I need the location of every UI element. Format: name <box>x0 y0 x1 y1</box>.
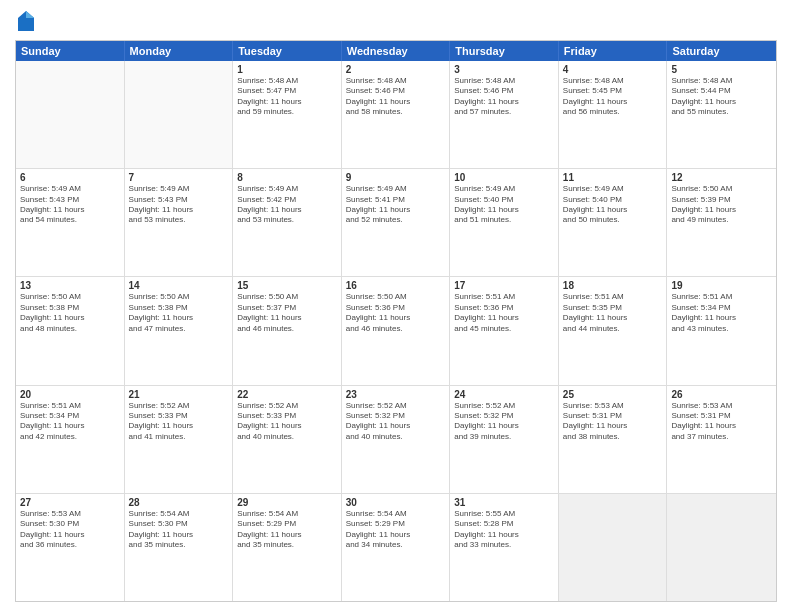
calendar-cell: 9Sunrise: 5:49 AMSunset: 5:41 PMDaylight… <box>342 169 451 276</box>
calendar-cell: 13Sunrise: 5:50 AMSunset: 5:38 PMDayligh… <box>16 277 125 384</box>
cell-info: Sunrise: 5:49 AMSunset: 5:40 PMDaylight:… <box>563 184 663 226</box>
day-number: 11 <box>563 172 663 183</box>
calendar-cell: 31Sunrise: 5:55 AMSunset: 5:28 PMDayligh… <box>450 494 559 601</box>
day-number: 19 <box>671 280 772 291</box>
day-number: 10 <box>454 172 554 183</box>
logo <box>15 10 37 32</box>
cell-info: Sunrise: 5:52 AMSunset: 5:33 PMDaylight:… <box>237 401 337 443</box>
calendar-cell: 4Sunrise: 5:48 AMSunset: 5:45 PMDaylight… <box>559 61 668 168</box>
calendar-header-cell: Saturday <box>667 41 776 61</box>
cell-info: Sunrise: 5:48 AMSunset: 5:45 PMDaylight:… <box>563 76 663 118</box>
cell-info: Sunrise: 5:50 AMSunset: 5:36 PMDaylight:… <box>346 292 446 334</box>
calendar-cell: 30Sunrise: 5:54 AMSunset: 5:29 PMDayligh… <box>342 494 451 601</box>
calendar-cell: 23Sunrise: 5:52 AMSunset: 5:32 PMDayligh… <box>342 386 451 493</box>
cell-info: Sunrise: 5:51 AMSunset: 5:34 PMDaylight:… <box>20 401 120 443</box>
calendar-header-cell: Wednesday <box>342 41 451 61</box>
cell-info: Sunrise: 5:49 AMSunset: 5:43 PMDaylight:… <box>129 184 229 226</box>
header <box>15 10 777 32</box>
cell-info: Sunrise: 5:53 AMSunset: 5:31 PMDaylight:… <box>671 401 772 443</box>
day-number: 31 <box>454 497 554 508</box>
day-number: 18 <box>563 280 663 291</box>
day-number: 26 <box>671 389 772 400</box>
calendar-cell <box>125 61 234 168</box>
cell-info: Sunrise: 5:49 AMSunset: 5:40 PMDaylight:… <box>454 184 554 226</box>
calendar-cell: 8Sunrise: 5:49 AMSunset: 5:42 PMDaylight… <box>233 169 342 276</box>
calendar-body: 1Sunrise: 5:48 AMSunset: 5:47 PMDaylight… <box>16 61 776 601</box>
calendar-cell: 20Sunrise: 5:51 AMSunset: 5:34 PMDayligh… <box>16 386 125 493</box>
day-number: 24 <box>454 389 554 400</box>
calendar-cell <box>559 494 668 601</box>
cell-info: Sunrise: 5:53 AMSunset: 5:31 PMDaylight:… <box>563 401 663 443</box>
calendar-row: 20Sunrise: 5:51 AMSunset: 5:34 PMDayligh… <box>16 386 776 494</box>
day-number: 17 <box>454 280 554 291</box>
cell-info: Sunrise: 5:55 AMSunset: 5:28 PMDaylight:… <box>454 509 554 551</box>
page: SundayMondayTuesdayWednesdayThursdayFrid… <box>0 0 792 612</box>
calendar-row: 27Sunrise: 5:53 AMSunset: 5:30 PMDayligh… <box>16 494 776 601</box>
cell-info: Sunrise: 5:48 AMSunset: 5:46 PMDaylight:… <box>346 76 446 118</box>
calendar-cell: 15Sunrise: 5:50 AMSunset: 5:37 PMDayligh… <box>233 277 342 384</box>
cell-info: Sunrise: 5:48 AMSunset: 5:46 PMDaylight:… <box>454 76 554 118</box>
day-number: 6 <box>20 172 120 183</box>
cell-info: Sunrise: 5:52 AMSunset: 5:32 PMDaylight:… <box>346 401 446 443</box>
day-number: 4 <box>563 64 663 75</box>
calendar-cell <box>16 61 125 168</box>
cell-info: Sunrise: 5:54 AMSunset: 5:29 PMDaylight:… <box>237 509 337 551</box>
day-number: 22 <box>237 389 337 400</box>
calendar-cell: 12Sunrise: 5:50 AMSunset: 5:39 PMDayligh… <box>667 169 776 276</box>
day-number: 16 <box>346 280 446 291</box>
day-number: 14 <box>129 280 229 291</box>
day-number: 15 <box>237 280 337 291</box>
day-number: 1 <box>237 64 337 75</box>
day-number: 27 <box>20 497 120 508</box>
cell-info: Sunrise: 5:51 AMSunset: 5:34 PMDaylight:… <box>671 292 772 334</box>
day-number: 5 <box>671 64 772 75</box>
cell-info: Sunrise: 5:50 AMSunset: 5:38 PMDaylight:… <box>129 292 229 334</box>
day-number: 30 <box>346 497 446 508</box>
calendar-cell: 2Sunrise: 5:48 AMSunset: 5:46 PMDaylight… <box>342 61 451 168</box>
calendar-cell: 14Sunrise: 5:50 AMSunset: 5:38 PMDayligh… <box>125 277 234 384</box>
day-number: 2 <box>346 64 446 75</box>
calendar-cell: 5Sunrise: 5:48 AMSunset: 5:44 PMDaylight… <box>667 61 776 168</box>
day-number: 23 <box>346 389 446 400</box>
day-number: 25 <box>563 389 663 400</box>
cell-info: Sunrise: 5:52 AMSunset: 5:33 PMDaylight:… <box>129 401 229 443</box>
calendar-header: SundayMondayTuesdayWednesdayThursdayFrid… <box>16 41 776 61</box>
cell-info: Sunrise: 5:50 AMSunset: 5:37 PMDaylight:… <box>237 292 337 334</box>
calendar-header-cell: Monday <box>125 41 234 61</box>
calendar-cell: 24Sunrise: 5:52 AMSunset: 5:32 PMDayligh… <box>450 386 559 493</box>
calendar-header-cell: Thursday <box>450 41 559 61</box>
cell-info: Sunrise: 5:48 AMSunset: 5:47 PMDaylight:… <box>237 76 337 118</box>
svg-marker-2 <box>26 11 34 18</box>
cell-info: Sunrise: 5:51 AMSunset: 5:35 PMDaylight:… <box>563 292 663 334</box>
calendar-cell: 1Sunrise: 5:48 AMSunset: 5:47 PMDaylight… <box>233 61 342 168</box>
day-number: 20 <box>20 389 120 400</box>
cell-info: Sunrise: 5:50 AMSunset: 5:39 PMDaylight:… <box>671 184 772 226</box>
day-number: 21 <box>129 389 229 400</box>
logo-icon <box>17 10 35 32</box>
calendar-cell <box>667 494 776 601</box>
day-number: 12 <box>671 172 772 183</box>
day-number: 29 <box>237 497 337 508</box>
calendar-cell: 21Sunrise: 5:52 AMSunset: 5:33 PMDayligh… <box>125 386 234 493</box>
calendar-cell: 11Sunrise: 5:49 AMSunset: 5:40 PMDayligh… <box>559 169 668 276</box>
calendar-header-cell: Sunday <box>16 41 125 61</box>
day-number: 3 <box>454 64 554 75</box>
day-number: 7 <box>129 172 229 183</box>
calendar-cell: 3Sunrise: 5:48 AMSunset: 5:46 PMDaylight… <box>450 61 559 168</box>
calendar-cell: 17Sunrise: 5:51 AMSunset: 5:36 PMDayligh… <box>450 277 559 384</box>
calendar-cell: 10Sunrise: 5:49 AMSunset: 5:40 PMDayligh… <box>450 169 559 276</box>
calendar-cell: 25Sunrise: 5:53 AMSunset: 5:31 PMDayligh… <box>559 386 668 493</box>
calendar-row: 6Sunrise: 5:49 AMSunset: 5:43 PMDaylight… <box>16 169 776 277</box>
calendar-cell: 6Sunrise: 5:49 AMSunset: 5:43 PMDaylight… <box>16 169 125 276</box>
day-number: 28 <box>129 497 229 508</box>
day-number: 9 <box>346 172 446 183</box>
cell-info: Sunrise: 5:49 AMSunset: 5:43 PMDaylight:… <box>20 184 120 226</box>
calendar-row: 1Sunrise: 5:48 AMSunset: 5:47 PMDaylight… <box>16 61 776 169</box>
calendar: SundayMondayTuesdayWednesdayThursdayFrid… <box>15 40 777 602</box>
calendar-cell: 22Sunrise: 5:52 AMSunset: 5:33 PMDayligh… <box>233 386 342 493</box>
calendar-cell: 29Sunrise: 5:54 AMSunset: 5:29 PMDayligh… <box>233 494 342 601</box>
calendar-cell: 28Sunrise: 5:54 AMSunset: 5:30 PMDayligh… <box>125 494 234 601</box>
day-number: 13 <box>20 280 120 291</box>
day-number: 8 <box>237 172 337 183</box>
cell-info: Sunrise: 5:54 AMSunset: 5:30 PMDaylight:… <box>129 509 229 551</box>
